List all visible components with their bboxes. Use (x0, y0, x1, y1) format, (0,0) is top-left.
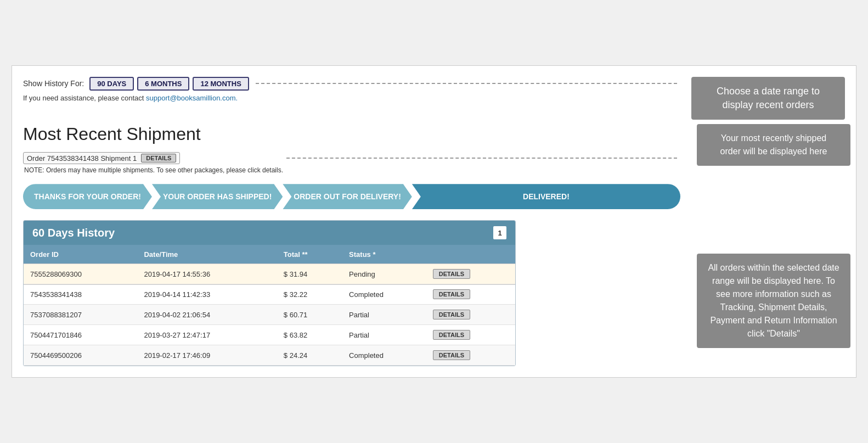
col-order-id: Order ID (24, 245, 137, 264)
tooltip-orders-info: All orders within the selected date rang… (697, 254, 850, 348)
cell-total: $ 31.94 (277, 264, 342, 284)
col-datetime: Date/Time (137, 245, 277, 264)
cell-total: $ 24.24 (277, 345, 342, 366)
left-content: Most Recent Shipment Order 7543538341438… (23, 124, 680, 366)
dashed-line-order (286, 158, 677, 159)
tooltip-date-range: Choose a date range todisplay recent ord… (691, 77, 845, 120)
btn-6months[interactable]: 6 MONTHS (137, 77, 189, 91)
cell-details[interactable]: DETAILS (426, 325, 515, 345)
progress-step-order: THANKS FOR YOUR ORDER! (23, 184, 152, 209)
cell-details[interactable]: DETAILS (426, 305, 515, 325)
cell-details[interactable]: DETAILS (426, 264, 515, 284)
table-header-row: Order ID Date/Time Total ** Status * (24, 245, 515, 264)
progress-step-delivery-label: ORDER OUT FOR DELIVERY! (294, 192, 401, 201)
order-note: NOTE: Orders may have multiple shipments… (24, 166, 283, 174)
table-row: 7504471701846 2019-03-27 12:47:17 $ 63.8… (24, 325, 515, 345)
dashed-line-top (256, 83, 677, 84)
col-total: Total ** (277, 245, 342, 264)
table-row: 7555288069300 2019-04-17 14:55:36 $ 31.9… (24, 264, 515, 284)
history-title: 60 Days History (32, 227, 115, 239)
support-email-link[interactable]: support@booksamillion.com. (146, 94, 238, 102)
cell-datetime: 2019-04-02 21:06:54 (137, 305, 277, 325)
cell-total: $ 63.82 (277, 325, 342, 345)
col-action (426, 245, 515, 264)
progress-step-delivery: ORDER OUT FOR DELIVERY! (283, 184, 412, 209)
cell-total: $ 60.71 (277, 305, 342, 325)
cell-order-id: 7504471701846 (24, 325, 137, 345)
progress-bar: THANKS FOR YOUR ORDER! YOUR ORDER HAS SH… (23, 184, 680, 209)
main-container: Show History For: 90 DAYS 6 MONTHS 12 MO… (12, 65, 856, 378)
history-table-wrapper: Order ID Date/Time Total ** Status * 755… (24, 245, 515, 366)
cell-order-id: 7504469500206 (24, 345, 137, 366)
support-text: If you need assistance, please contact (23, 94, 144, 102)
show-history-label: Show History For: (23, 79, 84, 88)
right-tooltips: Your most recently shippedorder will be … (686, 124, 845, 348)
progress-step-order-label: THANKS FOR YOUR ORDER! (34, 192, 141, 201)
col-status: Status * (342, 245, 426, 264)
order-details-inline-btn[interactable]: DETAILS (141, 154, 176, 162)
history-page-badge: 1 (493, 226, 506, 239)
main-content-area: Most Recent Shipment Order 7543538341438… (23, 124, 845, 366)
cell-datetime: 2019-04-14 11:42:33 (137, 284, 277, 305)
progress-step-delivered: DELIVERED! (412, 184, 680, 209)
btn-12months[interactable]: 12 MONTHS (193, 77, 249, 91)
order-badge-text: Order 7543538341438 Shipment 1 (27, 154, 137, 162)
cell-status: Completed (342, 345, 426, 366)
cell-status: Partial (342, 325, 426, 345)
header-left: Show History For: 90 DAYS 6 MONTHS 12 MO… (23, 77, 680, 102)
cell-details[interactable]: DETAILS (426, 345, 515, 366)
table-row: 7543538341438 2019-04-14 11:42:33 $ 32.2… (24, 284, 515, 305)
cell-order-id: 7543538341438 (24, 284, 137, 305)
details-btn[interactable]: DETAILS (433, 269, 470, 279)
cell-status: Partial (342, 305, 426, 325)
section-title: Most Recent Shipment (23, 124, 680, 144)
tooltip-shipment: Your most recently shippedorder will be … (697, 124, 850, 166)
cell-datetime: 2019-02-17 17:46:09 (137, 345, 277, 366)
details-btn[interactable]: DETAILS (433, 310, 470, 319)
order-badge: Order 7543538341438 Shipment 1 DETAILS (23, 152, 180, 164)
btn-90days[interactable]: 90 DAYS (89, 77, 134, 91)
cell-datetime: 2019-04-17 14:55:36 (137, 264, 277, 284)
cell-datetime: 2019-03-27 12:47:17 (137, 325, 277, 345)
details-btn[interactable]: DETAILS (433, 330, 470, 340)
progress-step-shipped: YOUR ORDER HAS SHIPPED! (152, 184, 283, 209)
cell-status: Pending (342, 264, 426, 284)
cell-order-id: 7537088381207 (24, 305, 137, 325)
cell-details[interactable]: DETAILS (426, 284, 515, 305)
history-table: Order ID Date/Time Total ** Status * 755… (24, 245, 515, 366)
cell-total: $ 32.22 (277, 284, 342, 305)
progress-step-delivered-label: DELIVERED! (523, 192, 570, 201)
table-row: 7504469500206 2019-02-17 17:46:09 $ 24.2… (24, 345, 515, 366)
details-btn[interactable]: DETAILS (433, 289, 470, 299)
cell-status: Completed (342, 284, 426, 305)
history-section: 60 Days History 1 Order ID Date/Time Tot… (23, 220, 516, 366)
progress-step-shipped-label: YOUR ORDER HAS SHIPPED! (163, 192, 272, 201)
cell-order-id: 7555288069300 (24, 264, 137, 284)
table-row: 7537088381207 2019-04-02 21:06:54 $ 60.7… (24, 305, 515, 325)
history-header: 60 Days History 1 (24, 221, 515, 245)
support-line: If you need assistance, please contact s… (23, 94, 680, 102)
details-btn[interactable]: DETAILS (433, 350, 470, 360)
